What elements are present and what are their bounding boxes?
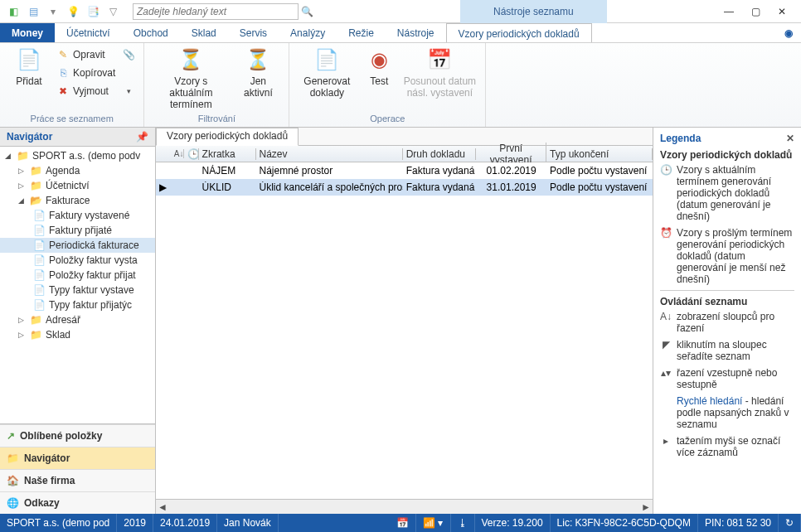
tree-label: Typy faktur vystave: [49, 284, 134, 296]
ribbon-group-label: Filtrování: [153, 114, 280, 123]
posun-label: Posunout datum násl. vystavení: [402, 75, 477, 99]
col-clock-icon[interactable]: 🕒: [184, 148, 199, 160]
tree-label: Sklad: [46, 329, 70, 341]
drag-select-icon: ▸: [660, 435, 672, 458]
status-calendar-icon[interactable]: 📅: [390, 514, 416, 532]
tree-label: Agenda: [46, 165, 80, 177]
status-lic[interactable]: Lic: K3FN-98C2-6C5D-QDQM: [551, 514, 698, 532]
legend-text: kliknutím na sloupec seřadíte seznam: [677, 339, 794, 362]
search-icon[interactable]: 🔍: [299, 3, 315, 20]
tree-label: Účetnictví: [46, 180, 90, 191]
tree-item-polozky-vysta[interactable]: 📄Položky faktur vysta: [0, 253, 155, 268]
tree-item-adresar[interactable]: ▷📁Adresář: [0, 312, 155, 327]
kopirovat-button[interactable]: ⎘Kopírovat: [56, 65, 115, 81]
status-rss-icon[interactable]: 📶 ▾: [416, 514, 450, 532]
tree-item-typy-prijatyc[interactable]: 📄Typy faktur přijatýc: [0, 297, 155, 312]
filtr-aktualni-button[interactable]: ⏳ Vzory s aktuálním termínem: [153, 46, 229, 110]
tab-money[interactable]: Money: [0, 23, 55, 42]
status-user[interactable]: Jan Novák: [217, 514, 279, 532]
tab-ucetnictvi[interactable]: Účetnictví: [55, 23, 122, 42]
status-datum[interactable]: 24.01.2019: [153, 514, 217, 532]
legend-h1: Vzory periodických dokladů: [660, 149, 794, 161]
legend-close-icon[interactable]: ✕: [786, 133, 794, 144]
opravit-button[interactable]: ✎Opravit: [56, 46, 115, 63]
status-sync-icon[interactable]: ↻: [779, 514, 801, 532]
legend-text: tažením myši se označí více záznamů: [677, 435, 794, 458]
tab-nastroje[interactable]: Nástroje: [386, 23, 446, 42]
filter-dropdown-icon[interactable]: ▽: [104, 3, 121, 20]
tree-item-sklad[interactable]: ▷📁Sklad: [0, 327, 155, 342]
col-typ[interactable]: Typ ukončení: [546, 148, 653, 160]
table-row[interactable]: NÁJEM Nájemné prostor Faktura vydaná 01.…: [156, 162, 653, 179]
attach-button[interactable]: 📎: [122, 46, 135, 63]
clock-current-icon: 🕒: [660, 164, 672, 222]
qat-icon-2[interactable]: ▤: [25, 3, 41, 20]
vyjmout-button[interactable]: ✖Vyjmout: [56, 83, 115, 99]
tab-analyzy[interactable]: Analýzy: [279, 23, 337, 42]
status-verze[interactable]: Verze: 19.200: [475, 514, 551, 532]
status-pin[interactable]: PIN: 081 52 30: [698, 514, 779, 532]
tree-item-fakturace[interactable]: ◢📂Fakturace: [0, 193, 155, 208]
add-button[interactable]: 📄 Přidat: [8, 46, 50, 87]
tab-rezie[interactable]: Režie: [337, 23, 386, 42]
cell-typ: Podle počtu vystavení: [546, 181, 653, 193]
quick-search-link[interactable]: Rychlé hledání: [677, 395, 742, 407]
navigator-tree: ◢📁SPORT a.s. (demo podv ▷📁Agenda ▷📁Účetn…: [0, 147, 155, 423]
nav-section-label: Navigátor: [24, 452, 70, 464]
tab-vzory[interactable]: Vzory periodických dokladů: [446, 23, 592, 42]
col-zkratka[interactable]: Zkratka: [199, 148, 256, 160]
nav-section-nasefirma[interactable]: 🏠Naše firma: [0, 469, 155, 491]
cell-druh: Faktura vydaná: [403, 165, 477, 177]
clock-expired-icon: ⏰: [660, 227, 672, 285]
tree-item-faktury-vystavene[interactable]: 📄Faktury vystavené: [0, 208, 155, 223]
status-bar: SPORT a.s. (demo pod 2019 24.01.2019 Jan…: [0, 514, 801, 532]
tree-root[interactable]: ◢📁SPORT a.s. (demo podv: [0, 148, 155, 163]
navigator-pane: Navigátor 📌 ◢📁SPORT a.s. (demo podv ▷📁Ag…: [0, 128, 156, 514]
col-nazev[interactable]: Název: [256, 148, 403, 160]
status-rok[interactable]: 2019: [117, 514, 153, 532]
tree-item-periodicka[interactable]: 📄Periodická fakturace: [0, 238, 155, 253]
ribbon: 📄 Přidat ✎Opravit ⎘Kopírovat ✖Vyjmout 📎 …: [0, 43, 801, 128]
tree-item-agenda[interactable]: ▷📁Agenda: [0, 163, 155, 178]
col-druh[interactable]: Druh dokladu: [403, 148, 477, 160]
status-agenda[interactable]: SPORT a.s. (demo pod: [0, 514, 117, 532]
context-tab[interactable]: Nástroje seznamu: [460, 0, 607, 23]
window-controls: — ▢ ✕: [710, 6, 801, 17]
maximize-button[interactable]: ▢: [746, 6, 765, 17]
nav-section-odkazy[interactable]: 🌐Odkazy: [0, 491, 155, 514]
lightbulb-icon[interactable]: 💡: [65, 3, 81, 20]
tree-item-typy-vystave[interactable]: 📄Typy faktur vystave: [0, 283, 155, 297]
qat-icon-1[interactable]: ◧: [5, 3, 22, 20]
grid-tab-active[interactable]: Vzory periodických dokladů: [156, 128, 299, 146]
filtr-aktivni-button[interactable]: ⏳ Jen aktivní: [235, 46, 280, 99]
nav-section-oblibene[interactable]: ↗Oblíbené položky: [0, 424, 155, 447]
tree-item-polozky-prijat[interactable]: 📄Položky faktur přijat: [0, 268, 155, 283]
nav-section-navigator[interactable]: 📁Navigátor: [0, 447, 155, 469]
tab-obchod[interactable]: Obchod: [122, 23, 180, 42]
status-download-icon[interactable]: ⭳: [451, 514, 475, 532]
vyjmout-dropdown[interactable]: ▾: [122, 83, 135, 99]
qat-dropdown-icon[interactable]: ▾: [45, 3, 61, 20]
test-button[interactable]: ◉ Test: [362, 46, 396, 87]
col-sort-icon[interactable]: A↓: [171, 149, 184, 158]
help-icon[interactable]: ◉: [776, 23, 801, 42]
table-row[interactable]: ▶ ÚKLID Úklid kanceláří a společných pro…: [156, 179, 653, 196]
notes-icon[interactable]: 📑: [85, 3, 101, 20]
legend-text: Rychlé hledání - hledání podle napsaných…: [677, 395, 794, 430]
cell-nazev: Nájemné prostor: [256, 165, 403, 177]
tree-item-faktury-prijate[interactable]: 📄Faktury přijaté: [0, 223, 155, 238]
generovat-button[interactable]: 📄 Generovat doklady: [298, 46, 356, 99]
close-button[interactable]: ✕: [773, 6, 791, 17]
scroll-right-icon[interactable]: ►: [639, 501, 653, 513]
scroll-left-icon[interactable]: ◄: [156, 501, 169, 513]
tab-servis[interactable]: Servis: [228, 23, 279, 42]
pin-icon[interactable]: 📌: [136, 131, 148, 143]
generate-icon: 📄: [313, 46, 340, 73]
arrow-icon: ↗: [7, 430, 15, 442]
legend-text: Vzory s aktuálním termínem generování pe…: [677, 164, 794, 222]
tree-item-ucetnictvi[interactable]: ▷📁Účetnictví: [0, 178, 155, 193]
search-input[interactable]: [133, 3, 299, 20]
horizontal-scrollbar[interactable]: ◄ ►: [156, 499, 653, 514]
minimize-button[interactable]: —: [720, 6, 738, 17]
tab-sklad[interactable]: Sklad: [180, 23, 228, 42]
